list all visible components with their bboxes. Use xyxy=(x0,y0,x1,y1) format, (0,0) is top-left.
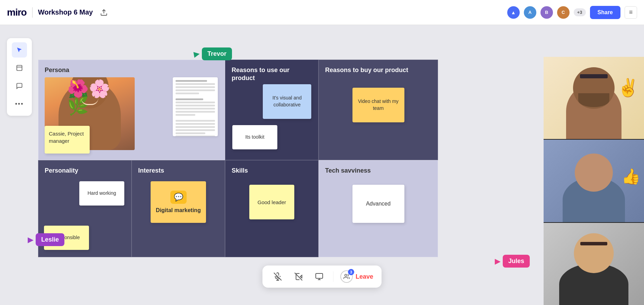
cell-reasons-use: Reasons to use our product It's visual a… xyxy=(225,60,319,160)
reasons-buy-title: Reasons to buy our product xyxy=(325,66,431,74)
miro-logo: miro xyxy=(7,7,27,18)
svg-rect-1 xyxy=(17,66,22,71)
notes-icon[interactable]: ≡ xyxy=(625,6,637,19)
board-grid: Persona 🌺🌸🌿 Cassie, Project manager xyxy=(38,60,438,257)
screen-share-button[interactable] xyxy=(312,270,326,284)
cell-reasons-buy: Reasons to buy our product Video chat wi… xyxy=(319,60,438,160)
topbar-right: ▲ A B C +3 Share ≡ xyxy=(507,6,637,19)
board-row-1: Persona 🌺🌸🌿 Cassie, Project manager xyxy=(38,60,438,160)
cell-interests: Interests 💬 Digital marketing xyxy=(132,160,225,257)
trevor-cursor: ▶ Trevor xyxy=(194,47,232,60)
person-2-thumb: 👍 xyxy=(621,167,641,185)
sticky-hard-working: Hard working xyxy=(79,181,124,206)
cell-tech: Tech savviness Advanced xyxy=(319,160,438,257)
interests-title: Interests xyxy=(138,167,218,175)
person-1-glasses xyxy=(580,74,608,78)
sticky-good-leader: Good leader xyxy=(249,185,294,219)
leslie-cursor: ▶ Leslie xyxy=(28,233,64,246)
canvas: Persona 🌺🌸🌿 Cassie, Project manager xyxy=(0,25,644,305)
sticky-digital-marketing: 💬 Digital marketing xyxy=(151,181,206,223)
tech-title: Tech savviness xyxy=(325,167,431,175)
video-panel-2: 👍 xyxy=(544,140,644,222)
jules-cursor-arrow: ▶ xyxy=(495,257,501,266)
camera-button[interactable] xyxy=(292,270,305,284)
svg-point-10 xyxy=(345,274,347,276)
board-row-2: Personality Hard working Responsible Int… xyxy=(38,160,438,257)
sticky-visual-collaborative: It's visual and collaborative xyxy=(263,84,311,119)
sticky-video-chat: Video chat with my team xyxy=(352,88,404,122)
topbar-left: miro Workshop 6 May xyxy=(7,7,507,18)
chat-icon: 💬 xyxy=(170,191,187,204)
video-panels: ✌️ 👍 xyxy=(544,57,644,305)
cursor-avatar: ▲ xyxy=(507,6,520,19)
topbar-divider xyxy=(32,7,33,18)
persona-name-sticky: Cassie, Project manager xyxy=(45,126,90,154)
sidebar-sticky-note[interactable] xyxy=(12,60,27,76)
cell-skills: Skills Good leader xyxy=(225,160,319,257)
svg-rect-7 xyxy=(316,273,323,278)
skills-title: Skills xyxy=(232,167,312,175)
share-button[interactable]: Share xyxy=(590,6,620,19)
video-panel-3 xyxy=(544,223,644,305)
flower-decoration: 🌺🌸🌿 xyxy=(67,80,112,115)
person-1-beard xyxy=(578,93,609,107)
person-2-head xyxy=(575,154,613,192)
avatar-3: C xyxy=(557,6,570,19)
topbar: miro Workshop 6 May ▲ A B C +3 Share ≡ xyxy=(0,0,644,25)
trevor-cursor-arrow: ▶ xyxy=(193,49,200,59)
user-count: 3 xyxy=(348,269,354,275)
sidebar-comment[interactable] xyxy=(12,78,27,94)
jules-cursor: ▶ Jules xyxy=(495,255,530,268)
leslie-cursor-arrow: ▶ xyxy=(28,235,34,244)
persona-title: Persona xyxy=(45,66,218,74)
personality-title: Personality xyxy=(45,167,125,175)
reasons-use-title: Reasons to use our product xyxy=(232,66,312,82)
sidebar-cursor-tool[interactable] xyxy=(12,42,27,58)
person-3-head xyxy=(574,233,614,273)
sticky-toolkit: Its toolkit xyxy=(232,125,277,149)
video-panel-1: ✌️ xyxy=(544,57,644,139)
more-users-badge: +3 xyxy=(574,8,586,16)
mute-button[interactable] xyxy=(271,270,285,284)
topbar-title: Workshop 6 May xyxy=(38,8,93,16)
users-icon: 3 xyxy=(340,270,353,283)
toolbar-divider xyxy=(333,271,333,282)
person-1-hand: ✌️ xyxy=(617,78,639,98)
sidebar: ••• xyxy=(7,38,32,116)
leslie-label: Leslie xyxy=(36,233,64,246)
person-3-glasses xyxy=(580,242,607,245)
cell-persona: Persona 🌺🌸🌿 Cassie, Project manager xyxy=(38,60,225,160)
jules-label: Jules xyxy=(503,255,530,268)
bottom-toolbar: 3 Leave xyxy=(262,265,382,288)
leave-section: 3 Leave xyxy=(340,270,373,283)
sidebar-more[interactable]: ••• xyxy=(12,96,27,112)
trevor-label: Trevor xyxy=(202,47,232,60)
document-preview xyxy=(173,77,218,136)
avatar-1: A xyxy=(524,6,536,19)
avatar-2: B xyxy=(540,6,553,19)
leave-button[interactable]: Leave xyxy=(356,273,373,280)
sticky-advanced: Advanced xyxy=(352,185,404,223)
upload-icon[interactable] xyxy=(98,7,109,18)
